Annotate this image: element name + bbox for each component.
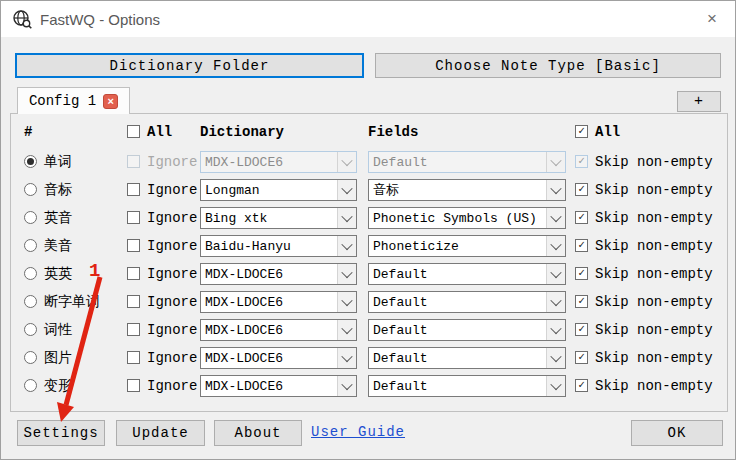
- skip-checkbox[interactable]: [575, 211, 588, 224]
- fields-select[interactable]: Default: [368, 347, 566, 369]
- dictionary-folder-button[interactable]: Dictionary Folder: [15, 53, 364, 78]
- field-radio[interactable]: [24, 239, 37, 252]
- config-row: 美音 Ignore Baidu-Hanyu Phoneticize Skip n…: [11, 232, 727, 260]
- ignore-checkbox[interactable]: [127, 323, 140, 336]
- skip-checkbox[interactable]: [575, 295, 588, 308]
- field-name-label: 单词: [44, 148, 72, 176]
- skip-label: Skip non-empty: [595, 232, 713, 260]
- dictionary-select[interactable]: MDX-LDOCE6: [200, 263, 357, 285]
- skip-label: Skip non-empty: [595, 148, 713, 176]
- chevron-down-icon: [337, 320, 356, 340]
- skip-label: Skip non-empty: [595, 316, 713, 344]
- fields-select[interactable]: Phoneticize: [368, 235, 566, 257]
- fields-select[interactable]: Default: [368, 263, 566, 285]
- chevron-down-icon: [337, 208, 356, 228]
- ignore-label: Ignore: [147, 344, 197, 372]
- options-dialog: FastWQ - Options × Dictionary Folder Cho…: [0, 0, 736, 460]
- skip-checkbox[interactable]: [575, 351, 588, 364]
- annotation-number: 1: [89, 260, 100, 282]
- field-radio[interactable]: [24, 295, 37, 308]
- config-row: 词性 Ignore MDX-LDOCE6 Default Skip non-em…: [11, 316, 727, 344]
- fields-select[interactable]: Default: [368, 291, 566, 313]
- tab-close-icon[interactable]: ×: [103, 94, 118, 109]
- app-globe-search-icon: [12, 9, 32, 29]
- choose-note-type-button[interactable]: Choose Note Type [Basic]: [375, 53, 721, 78]
- fields-select-value: Default: [369, 379, 546, 394]
- fields-select[interactable]: Phonetic Symbols (US): [368, 207, 566, 229]
- fields-select[interactable]: Default: [368, 375, 566, 397]
- ignore-checkbox[interactable]: [127, 351, 140, 364]
- fields-select[interactable]: 音标: [368, 179, 566, 201]
- config-row: 音标 Ignore Longman 音标 Skip non-empty: [11, 176, 727, 204]
- fields-select[interactable]: Default: [368, 319, 566, 341]
- dictionary-select[interactable]: MDX-LDOCE6: [200, 151, 357, 173]
- chevron-down-icon: [546, 376, 565, 396]
- field-radio[interactable]: [24, 183, 37, 196]
- window-title: FastWQ - Options: [40, 11, 160, 28]
- dictionary-select[interactable]: Longman: [200, 179, 357, 201]
- ignore-checkbox[interactable]: [127, 295, 140, 308]
- skip-checkbox[interactable]: [575, 155, 588, 168]
- ignore-checkbox[interactable]: [127, 267, 140, 280]
- dictionary-select[interactable]: MDX-LDOCE6: [200, 319, 357, 341]
- user-guide-link[interactable]: User Guide: [311, 424, 405, 440]
- skip-checkbox[interactable]: [575, 323, 588, 336]
- fields-select-value: Default: [369, 267, 546, 282]
- close-button[interactable]: ×: [689, 1, 735, 36]
- field-radio[interactable]: [24, 155, 37, 168]
- ignore-checkbox[interactable]: [127, 155, 140, 168]
- dictionary-select-value: MDX-LDOCE6: [201, 351, 337, 366]
- ok-button[interactable]: OK: [631, 420, 723, 446]
- fields-select-value: Phonetic Symbols (US): [369, 211, 546, 226]
- all-ignore-checkbox[interactable]: [127, 125, 140, 138]
- field-name-label: 英音: [44, 204, 72, 232]
- config-row: 图片 Ignore MDX-LDOCE6 Default Skip non-em…: [11, 344, 727, 372]
- skip-checkbox[interactable]: [575, 183, 588, 196]
- field-radio[interactable]: [24, 379, 37, 392]
- ignore-checkbox[interactable]: [127, 211, 140, 224]
- dictionary-select[interactable]: MDX-LDOCE6: [200, 375, 357, 397]
- skip-label: Skip non-empty: [595, 288, 713, 316]
- ignore-checkbox[interactable]: [127, 239, 140, 252]
- all-skip-checkbox[interactable]: [575, 125, 588, 138]
- tab-config-1[interactable]: Config 1 ×: [17, 87, 130, 114]
- about-button[interactable]: About: [214, 420, 302, 446]
- dictionary-select[interactable]: Baidu-Hanyu: [200, 235, 357, 257]
- config-row: 英英 Ignore MDX-LDOCE6 Default Skip non-em…: [11, 260, 727, 288]
- chevron-down-icon: [337, 152, 356, 172]
- update-button[interactable]: Update: [116, 420, 205, 446]
- ignore-checkbox[interactable]: [127, 183, 140, 196]
- column-header-index: #: [24, 122, 32, 142]
- dictionary-select-value: MDX-LDOCE6: [201, 379, 337, 394]
- skip-checkbox[interactable]: [575, 239, 588, 252]
- dictionary-select-value: Longman: [201, 183, 337, 198]
- column-header-all-left: All: [147, 122, 172, 142]
- field-radio[interactable]: [24, 267, 37, 280]
- skip-label: Skip non-empty: [595, 176, 713, 204]
- field-name-label: 词性: [44, 316, 72, 344]
- skip-label: Skip non-empty: [595, 204, 713, 232]
- skip-checkbox[interactable]: [575, 267, 588, 280]
- chevron-down-icon: [546, 236, 565, 256]
- skip-label: Skip non-empty: [595, 344, 713, 372]
- field-radio[interactable]: [24, 351, 37, 364]
- field-name-label: 图片: [44, 344, 72, 372]
- fields-select[interactable]: Default: [368, 151, 566, 173]
- chevron-down-icon: [337, 264, 356, 284]
- field-radio[interactable]: [24, 211, 37, 224]
- ignore-label: Ignore: [147, 176, 197, 204]
- fields-select-value: Default: [369, 295, 546, 310]
- dictionary-select-value: Bing xtk: [201, 211, 337, 226]
- add-config-button[interactable]: +: [677, 91, 721, 112]
- ignore-checkbox[interactable]: [127, 379, 140, 392]
- ignore-label: Ignore: [147, 204, 197, 232]
- dictionary-select[interactable]: MDX-LDOCE6: [200, 347, 357, 369]
- chevron-down-icon: [546, 292, 565, 312]
- skip-checkbox[interactable]: [575, 379, 588, 392]
- dictionary-select[interactable]: MDX-LDOCE6: [200, 291, 357, 313]
- field-radio[interactable]: [24, 323, 37, 336]
- dictionary-select[interactable]: Bing xtk: [200, 207, 357, 229]
- chevron-down-icon: [337, 180, 356, 200]
- settings-button[interactable]: Settings: [17, 420, 105, 446]
- config-row: 断字单词 Ignore MDX-LDOCE6 Default Skip non-…: [11, 288, 727, 316]
